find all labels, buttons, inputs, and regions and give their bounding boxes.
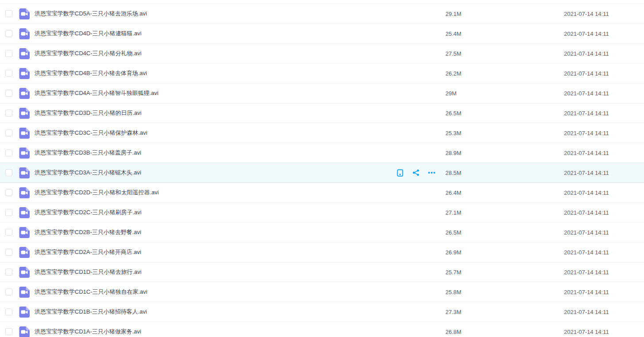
- file-date: 2021-07-14 14:11: [564, 269, 644, 276]
- table-row[interactable]: 洪恩宝宝学数学CD4A-三只小猪智斗独眼狐狸.avi: [0, 83, 644, 103]
- table-row[interactable]: 洪恩宝宝学数学CD4C-三只小猪分礼物.avi: [0, 43, 644, 63]
- file-date: 2021-07-14 14:11: [564, 329, 644, 335]
- file-size: 25.7M: [445, 269, 564, 276]
- more-actions-icon: [428, 171, 436, 174]
- video-file-icon: [19, 326, 30, 337]
- file-size: 25.8M: [445, 289, 564, 295]
- video-file-icon: [19, 227, 30, 238]
- file-date: 2021-07-14 14:11: [564, 130, 644, 136]
- file-date: 2021-07-14 14:11: [564, 229, 644, 236]
- table-row[interactable]: 洪恩宝宝学数学CD5A-三只小猪去游乐场.avi: [0, 4, 644, 23]
- row-checkbox[interactable]: [5, 149, 12, 156]
- file-name[interactable]: 洪恩宝宝学数学CD3B-三只小猪盖房子.avi: [34, 149, 396, 157]
- table-row[interactable]: 洪恩宝宝学数学CD4D-三只小猪逮猫猫.avi: [0, 23, 644, 43]
- video-file-icon: [19, 87, 30, 99]
- video-file-icon: [19, 107, 30, 119]
- table-row[interactable]: 洪恩宝宝学数学CD1B-三只小猪招待客人.avi: [0, 302, 644, 322]
- file-name[interactable]: 洪恩宝宝学数学CD4A-三只小猪智斗独眼狐狸.avi: [34, 89, 396, 97]
- file-date: 2021-07-14 14:11: [564, 30, 644, 37]
- row-checkbox[interactable]: [5, 328, 12, 335]
- file-name[interactable]: 洪恩宝宝学数学CD2A-三只小猪开商店.avi: [34, 248, 396, 256]
- file-size: 26.9M: [445, 249, 564, 256]
- file-name[interactable]: 洪恩宝宝学数学CD2B-三只小猪去野餐.avi: [34, 228, 396, 236]
- file-size: 29M: [445, 90, 564, 97]
- file-rows-container: 洪恩宝宝学数学CD5A-三只小猪去游乐场.avi: [0, 4, 644, 337]
- video-file-icon: [19, 207, 30, 218]
- file-size: 26.5M: [445, 229, 564, 236]
- file-name[interactable]: 洪恩宝宝学数学CD5A-三只小猪去游乐场.avi: [34, 10, 396, 18]
- send-to-device-button[interactable]: [396, 169, 404, 177]
- file-date: 2021-07-14 14:11: [564, 110, 644, 117]
- file-name[interactable]: 洪恩宝宝学数学CD4D-三只小猪逮猫猫.avi: [34, 30, 396, 38]
- row-checkbox[interactable]: [5, 269, 12, 276]
- row-checkbox[interactable]: [5, 70, 12, 77]
- file-size: 27.1M: [445, 209, 564, 216]
- file-name[interactable]: 洪恩宝宝学数学CD1C-三只小猪独自在家.avi: [34, 288, 396, 296]
- table-row[interactable]: 洪恩宝宝学数学CD1A-三只小猪做家务.avi: [0, 322, 644, 337]
- video-file-icon: [19, 8, 30, 19]
- file-name[interactable]: 洪恩宝宝学数学CD3A-三只小猪锯木头.avi: [34, 169, 396, 177]
- row-checkbox[interactable]: [5, 189, 12, 196]
- file-date: 2021-07-14 14:11: [564, 170, 644, 176]
- video-file-icon: [19, 266, 30, 278]
- row-checkbox[interactable]: [5, 90, 12, 97]
- row-actions: [396, 169, 436, 177]
- file-size: 26.4M: [445, 189, 564, 196]
- table-row[interactable]: 洪恩宝宝学数学CD2B-三只小猪去野餐.avi: [0, 222, 644, 242]
- table-row[interactable]: 洪恩宝宝学数学CD1D-三只小猪去旅行.avi: [0, 262, 644, 282]
- table-row[interactable]: 洪恩宝宝学数学CD2D-三只小猪和太阳遥控器.avi: [0, 182, 644, 202]
- row-checkbox[interactable]: [5, 288, 12, 295]
- file-size: 28.9M: [445, 150, 564, 156]
- file-name[interactable]: 洪恩宝宝学数学CD3D-三只小猪的日历.avi: [34, 109, 396, 117]
- file-size: 26.2M: [445, 70, 564, 77]
- send-to-device-icon: [397, 169, 403, 177]
- table-row[interactable]: 洪恩宝宝学数学CD1C-三只小猪独自在家.avi: [0, 282, 644, 302]
- table-row[interactable]: 洪恩宝宝学数学CD2C-三只小猪刷房子.avi: [0, 202, 644, 222]
- file-name[interactable]: 洪恩宝宝学数学CD4B-三只小猪去体育场.avi: [34, 69, 396, 77]
- table-row[interactable]: 洪恩宝宝学数学CD3D-三只小猪的日历.avi: [0, 103, 644, 123]
- video-file-icon: [19, 187, 30, 198]
- table-row[interactable]: 洪恩宝宝学数学CD3B-三只小猪盖房子.avi: [0, 143, 644, 163]
- table-row[interactable]: 洪恩宝宝学数学CD3C-三只小猪保护森林.avi: [0, 123, 644, 143]
- video-file-icon: [19, 68, 30, 79]
- row-checkbox[interactable]: [5, 129, 12, 136]
- row-checkbox[interactable]: [5, 249, 12, 256]
- file-date: 2021-07-14 14:11: [564, 150, 644, 156]
- file-size: 28.5M: [445, 170, 564, 176]
- row-checkbox[interactable]: [5, 50, 12, 57]
- row-checkbox[interactable]: [5, 229, 12, 236]
- video-file-icon: [19, 147, 30, 159]
- file-name[interactable]: 洪恩宝宝学数学CD1B-三只小猪招待客人.avi: [34, 308, 396, 316]
- table-row[interactable]: 洪恩宝宝学数学CD3A-三只小猪锯木头.avi: [0, 163, 644, 182]
- file-name[interactable]: 洪恩宝宝学数学CD1D-三只小猪去旅行.avi: [34, 268, 396, 276]
- file-date: 2021-07-14 14:11: [564, 70, 644, 77]
- file-date: 2021-07-14 14:11: [564, 209, 644, 216]
- video-file-icon: [19, 48, 30, 59]
- video-file-icon: [19, 286, 30, 298]
- file-name[interactable]: 洪恩宝宝学数学CD4C-三只小猪分礼物.avi: [34, 49, 396, 57]
- video-file-icon: [19, 127, 30, 139]
- list-top-divider: [0, 0, 644, 4]
- file-size: 26.5M: [445, 110, 564, 117]
- row-checkbox[interactable]: [5, 308, 12, 315]
- file-name[interactable]: 洪恩宝宝学数学CD3C-三只小猪保护森林.avi: [34, 129, 396, 137]
- file-name[interactable]: 洪恩宝宝学数学CD2C-三只小猪刷房子.avi: [34, 208, 396, 216]
- file-size: 25.4M: [445, 30, 564, 37]
- file-date: 2021-07-14 14:11: [564, 11, 644, 17]
- video-file-icon: [19, 246, 30, 258]
- file-name[interactable]: 洪恩宝宝学数学CD2D-三只小猪和太阳遥控器.avi: [34, 189, 396, 197]
- row-checkbox[interactable]: [5, 169, 12, 176]
- file-size: 25.3M: [445, 130, 564, 136]
- row-checkbox[interactable]: [5, 110, 12, 117]
- file-size: 26.8M: [445, 329, 564, 335]
- file-name[interactable]: 洪恩宝宝学数学CD1A-三只小猪做家务.avi: [34, 328, 396, 336]
- file-size: 27.3M: [445, 309, 564, 315]
- row-checkbox[interactable]: [5, 30, 12, 37]
- row-checkbox[interactable]: [5, 10, 12, 17]
- share-button[interactable]: [412, 169, 420, 177]
- file-size: 27.5M: [445, 50, 564, 57]
- table-row[interactable]: 洪恩宝宝学数学CD2A-三只小猪开商店.avi: [0, 242, 644, 262]
- more-actions-button[interactable]: [428, 169, 436, 177]
- row-checkbox[interactable]: [5, 209, 12, 216]
- table-row[interactable]: 洪恩宝宝学数学CD4B-三只小猪去体育场.avi: [0, 63, 644, 83]
